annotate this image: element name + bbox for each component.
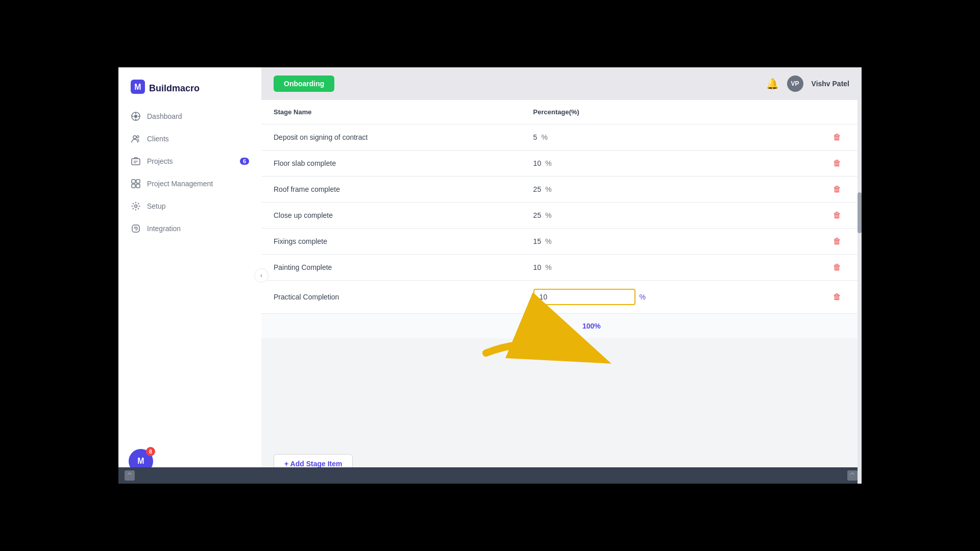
col-header-percentage: Percentage(%)	[521, 100, 821, 124]
onboarding-button[interactable]: Onboarding	[274, 76, 334, 92]
sidebar-item-integration-label: Integration	[147, 224, 181, 233]
stage-name-cell: Deposit on signing of contract	[261, 124, 521, 151]
scrollbar[interactable]	[857, 67, 862, 484]
svg-rect-14	[136, 180, 140, 183]
notification-bell-icon[interactable]: 🔔	[766, 78, 779, 90]
svg-rect-15	[132, 184, 135, 188]
app-name: Buildmacro	[149, 83, 200, 94]
col-header-stage-name: Stage Name	[261, 100, 521, 124]
percent-symbol[interactable]: %	[541, 133, 547, 141]
percentage-value: 15	[533, 237, 542, 245]
delete-icon[interactable]: 🗑	[833, 211, 841, 219]
sidebar-collapse-button[interactable]: ‹	[254, 268, 268, 283]
percentage-cell: 10 %	[521, 151, 821, 177]
percent-symbol[interactable]: %	[545, 237, 551, 245]
action-cell: 🗑	[821, 229, 862, 255]
setup-icon	[131, 201, 141, 211]
percent-symbol[interactable]: %	[545, 185, 551, 193]
percentage-value: 25	[533, 211, 542, 219]
percentage-value: 10	[533, 159, 542, 167]
delete-icon[interactable]: 🗑	[833, 185, 841, 193]
sidebar-item-projects[interactable]: Projects 6	[118, 150, 261, 172]
delete-icon[interactable]: 🗑	[833, 159, 841, 167]
col-header-actions	[821, 100, 862, 124]
percentage-input[interactable]	[533, 289, 635, 305]
sidebar-item-clients-label: Clients	[147, 135, 169, 143]
percentage-cell: 15 %	[521, 229, 821, 255]
table-row: Floor slab complete 10 % 🗑	[261, 151, 862, 177]
scroll-thumb[interactable]	[857, 192, 862, 233]
svg-point-3	[134, 115, 137, 118]
percent-symbol[interactable]: %	[545, 211, 551, 219]
stage-name-cell: Practical Completion	[261, 281, 521, 314]
user-avatar: VP	[787, 76, 803, 92]
action-cell: 🗑	[821, 124, 862, 151]
delete-icon[interactable]: 🗑	[833, 133, 841, 141]
bottom-bar	[261, 467, 862, 484]
percent-symbol-blue: %	[640, 293, 646, 301]
bottom-bar-handle-right	[847, 470, 857, 481]
top-right: 🔔 VP Vishv Patel	[766, 76, 849, 92]
action-cell: 🗑	[821, 203, 862, 229]
sidebar-item-project-management[interactable]: Project Management	[118, 172, 261, 195]
projects-badge: 6	[240, 158, 249, 165]
sidebar-item-project-management-label: Project Management	[147, 180, 213, 188]
logo-area: M Buildmacro	[118, 67, 261, 105]
action-cell: 🗑	[821, 151, 862, 177]
svg-rect-16	[136, 184, 140, 188]
user-name: Vishv Patel	[812, 80, 849, 88]
delete-icon[interactable]: 🗑	[833, 263, 841, 271]
projects-icon	[131, 156, 141, 166]
sidebar-item-dashboard-label: Dashboard	[147, 112, 182, 120]
top-bar: Onboarding 🔔 VP Vishv Patel	[261, 67, 862, 100]
percentage-value: 25	[533, 185, 542, 193]
sidebar: M Buildmacro Dashboard	[118, 67, 261, 484]
table-container: Stage Name Percentage(%) Deposit on sign…	[261, 100, 862, 444]
total-label: Total	[535, 322, 552, 330]
total-empty-cell	[261, 314, 521, 339]
sidebar-item-clients[interactable]: Clients	[118, 128, 261, 150]
action-cell: 🗑	[821, 177, 862, 203]
sidebar-item-dashboard[interactable]: Dashboard	[118, 105, 261, 128]
svg-point-8	[133, 136, 136, 139]
table-row: Deposit on signing of contract 5 % 🗑	[261, 124, 862, 151]
svg-rect-10	[132, 159, 140, 165]
table-row: Close up complete 25 % 🗑	[261, 203, 862, 229]
svg-point-17	[135, 205, 137, 208]
clients-icon	[131, 134, 141, 144]
sidebar-item-setup[interactable]: Setup	[118, 195, 261, 217]
percent-symbol[interactable]: %	[545, 263, 551, 271]
dashboard-icon	[131, 111, 141, 121]
delete-icon[interactable]: 🗑	[833, 292, 841, 301]
main-content: Onboarding 🔔 VP Vishv Patel Stage Name P…	[261, 67, 862, 484]
table-row: Painting Complete 10 % 🗑	[261, 255, 862, 281]
action-cell: 🗑	[821, 281, 862, 314]
delete-icon[interactable]: 🗑	[833, 237, 841, 245]
percentage-value: 5	[533, 133, 537, 141]
percentage-cell: 5 %	[521, 124, 821, 151]
svg-text:M: M	[134, 83, 141, 91]
svg-point-18	[135, 228, 136, 229]
sidebar-item-integration[interactable]: Integration	[118, 217, 261, 240]
stage-name-cell: Roof frame complete	[261, 177, 521, 203]
percentage-value: 10	[533, 263, 542, 271]
percentage-cell: 10 %	[521, 255, 821, 281]
table-wrapper: Stage Name Percentage(%) Deposit on sign…	[261, 100, 862, 338]
percent-symbol[interactable]: %	[545, 159, 551, 167]
logo-icon: M	[131, 80, 145, 97]
avatar-notification-badge: 8	[146, 447, 155, 456]
percentage-cell: 25 %	[521, 203, 821, 229]
table-row-editable: Practical Completion % 🗑	[261, 281, 862, 314]
table-row: Roof frame complete 25 % 🗑	[261, 177, 862, 203]
sidebar-item-projects-label: Projects	[147, 157, 173, 165]
action-cell: 🗑	[821, 255, 862, 281]
stage-name-cell: Painting Complete	[261, 255, 521, 281]
total-row: Total 100%	[261, 314, 862, 339]
percentage-cell: 25 %	[521, 177, 821, 203]
stages-table: Stage Name Percentage(%) Deposit on sign…	[261, 100, 862, 338]
stage-name-cell: Floor slab complete	[261, 151, 521, 177]
table-row: Fixings complete 15 % 🗑	[261, 229, 862, 255]
sidebar-item-setup-label: Setup	[147, 202, 166, 210]
project-management-icon	[131, 179, 141, 189]
svg-rect-13	[132, 180, 135, 183]
